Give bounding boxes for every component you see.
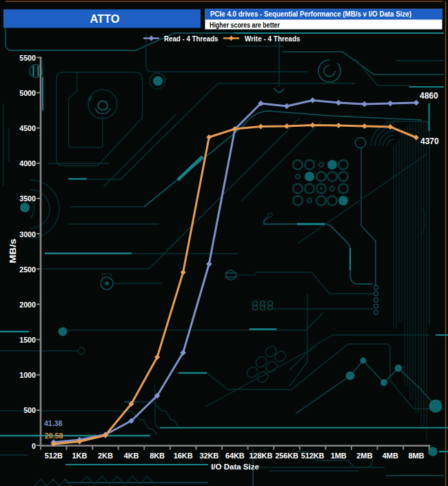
svg-text:3000: 3000 bbox=[19, 230, 36, 239]
svg-text:64KB: 64KB bbox=[225, 452, 245, 460]
svg-text:2KB: 2KB bbox=[98, 452, 113, 460]
svg-text:32KB: 32KB bbox=[199, 452, 218, 460]
svg-text:20.58: 20.58 bbox=[45, 432, 63, 440]
svg-text:2000: 2000 bbox=[19, 301, 36, 309]
svg-text:4KB: 4KB bbox=[124, 452, 139, 460]
svg-text:512B: 512B bbox=[45, 452, 63, 460]
svg-text:5000: 5000 bbox=[19, 89, 36, 97]
svg-text:500: 500 bbox=[23, 406, 36, 414]
svg-text:8MB: 8MB bbox=[408, 452, 424, 460]
svg-text:0: 0 bbox=[32, 442, 36, 450]
svg-text:1KB: 1KB bbox=[72, 452, 88, 460]
svg-text:4860: 4860 bbox=[420, 91, 438, 101]
svg-text:4370: 4370 bbox=[420, 136, 439, 146]
svg-text:4MB: 4MB bbox=[383, 452, 398, 460]
svg-text:512KB: 512KB bbox=[301, 452, 325, 460]
svg-text:1MB: 1MB bbox=[331, 452, 347, 460]
svg-text:2MB: 2MB bbox=[356, 452, 372, 460]
svg-text:ATTO: ATTO bbox=[90, 13, 120, 25]
svg-text:Higher scores are better: Higher scores are better bbox=[210, 21, 281, 29]
svg-text:PCIe 4.0 drives - Sequential P: PCIe 4.0 drives - Sequential Performance… bbox=[210, 10, 411, 18]
svg-text:4500: 4500 bbox=[19, 124, 36, 132]
svg-text:I/O Data Size: I/O Data Size bbox=[211, 463, 259, 471]
svg-text:41.38: 41.38 bbox=[44, 419, 62, 427]
svg-text:MB/s: MB/s bbox=[8, 239, 18, 263]
svg-text:5500: 5500 bbox=[19, 54, 36, 62]
svg-text:1000: 1000 bbox=[19, 371, 36, 379]
svg-text:Read - 4 Threads: Read - 4 Threads bbox=[164, 34, 218, 43]
svg-text:8KB: 8KB bbox=[150, 452, 165, 460]
svg-text:Write - 4 Threads: Write - 4 Threads bbox=[245, 34, 301, 43]
svg-text:4000: 4000 bbox=[19, 159, 36, 168]
svg-text:256KB: 256KB bbox=[275, 452, 298, 460]
svg-text:1500: 1500 bbox=[19, 336, 36, 344]
svg-text:128KB: 128KB bbox=[250, 452, 273, 460]
svg-text:3500: 3500 bbox=[19, 194, 36, 203]
svg-text:16KB: 16KB bbox=[174, 452, 193, 460]
svg-text:2500: 2500 bbox=[19, 265, 36, 274]
